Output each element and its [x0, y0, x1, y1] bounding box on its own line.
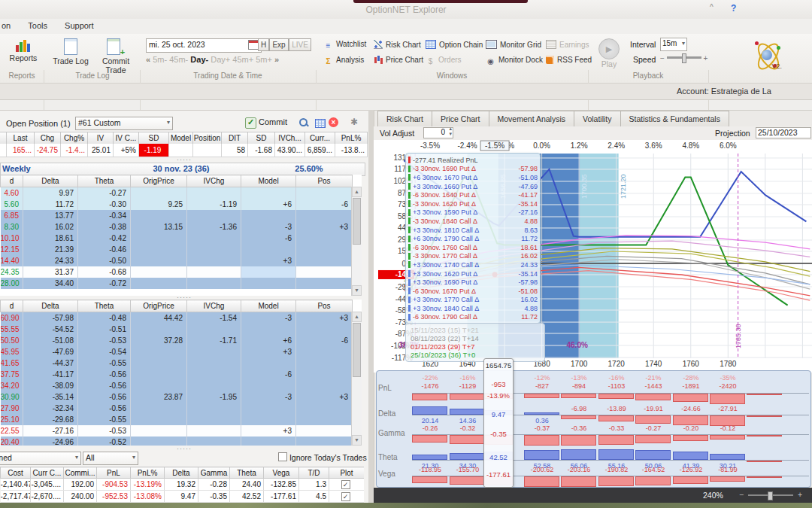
option-column-header[interactable]: OrigPrice — [131, 300, 187, 312]
option-theta-cell[interactable]: -0.48 — [78, 312, 131, 324]
option-pos-cell[interactable] — [296, 414, 353, 425]
option-theta-cell[interactable]: -0.27 — [78, 187, 131, 199]
position-select[interactable]: #61 Custom ▾ — [75, 117, 173, 130]
option-pos-cell[interactable] — [296, 425, 353, 437]
option-price-cell[interactable]: 6.85 — [1, 210, 23, 221]
option-theta-cell[interactable]: -0.56 — [78, 369, 131, 380]
speed-slider-track[interactable] — [667, 56, 701, 59]
ignore-today-checkbox[interactable]: Ignore Today's Trades — [278, 452, 367, 462]
option-pos-cell[interactable] — [296, 210, 353, 221]
option-model-cell[interactable] — [241, 414, 296, 425]
option-theta-cell[interactable]: -0.55 — [78, 357, 131, 369]
orders-button[interactable]: $Orders — [426, 56, 462, 66]
option-model-cell[interactable] — [241, 357, 296, 369]
option-ivchg-cell[interactable] — [187, 278, 241, 289]
option-column-header[interactable]: d — [1, 300, 23, 312]
option-pos-cell[interactable]: -6 — [296, 199, 353, 210]
option-origprice-cell[interactable] — [131, 425, 187, 437]
option-price-cell[interactable]: 22.55 — [1, 425, 23, 437]
trade-log-button[interactable]: Trade Log — [51, 38, 90, 65]
option-column-header[interactable]: Delta — [23, 300, 78, 312]
option-origprice-cell[interactable] — [131, 380, 187, 391]
speed-slider-thumb[interactable] — [682, 53, 686, 63]
option-origprice-cell[interactable] — [131, 187, 187, 199]
option-pos-cell[interactable] — [296, 255, 353, 266]
tplus-legend-item[interactable]: 15/11/2023 (15) T+21 — [411, 326, 540, 334]
commit-button[interactable]: ✓ Commit — [245, 117, 287, 129]
option-row[interactable]: 22.55 -27.16 -0.53 +3 — [1, 425, 353, 437]
option-theta-cell[interactable]: -0.72 — [78, 278, 131, 289]
summary-value-cell[interactable]: 165... — [7, 144, 35, 157]
option-row[interactable]: 14.40 24.33 -0.50 +3 — [1, 255, 353, 266]
option-theta-cell[interactable]: -0.55 — [78, 414, 131, 425]
option-theta-cell[interactable]: -0.38 — [78, 221, 131, 233]
totals-row[interactable]: -2,717.47 -2,670.... 240.00 -952.53 -13.… — [1, 491, 365, 503]
calendar-icon[interactable] — [248, 40, 259, 50]
summary-header-cell[interactable]: IV — [88, 132, 114, 144]
trading-date-input[interactable]: mi. 25 oct. 2023 — [146, 38, 262, 53]
option-pos-cell[interactable] — [296, 346, 353, 357]
option-price-cell[interactable]: 30.90 — [1, 391, 23, 403]
option-origprice-cell[interactable]: 13.15 — [131, 221, 187, 233]
zoom-in-icon[interactable]: + — [798, 490, 802, 499]
option-pos-cell[interactable] — [296, 357, 353, 369]
summary-header-cell[interactable]: Model — [169, 132, 193, 144]
totals-column-header[interactable]: PnL — [97, 467, 131, 479]
summary-header-cell[interactable]: IV C... — [114, 132, 139, 144]
risk-chart-button[interactable]: Risk Chart — [374, 40, 421, 49]
option-pos-cell[interactable]: +3 — [296, 391, 353, 403]
option-ivchg-cell[interactable] — [187, 414, 241, 425]
nav-45m-plus[interactable]: 45m+ — [232, 55, 253, 64]
option-model-cell[interactable]: -6 — [241, 233, 296, 244]
option-pos-cell[interactable] — [296, 244, 353, 255]
option-delta-cell[interactable]: 21.39 — [23, 244, 78, 255]
totals-column-header[interactable]: PnL% — [131, 467, 165, 479]
totals-column-header[interactable]: Curr C... — [31, 467, 64, 479]
option-delta-cell[interactable]: 34.40 — [23, 278, 78, 289]
option-price-cell[interactable]: 8.30 — [1, 221, 23, 233]
option-column-header[interactable]: OrigPrice — [131, 175, 187, 187]
summary-header-cell[interactable]: Position — [193, 132, 222, 144]
summary-value-cell[interactable] — [0, 144, 7, 157]
totals-column-header[interactable]: Delta — [165, 467, 198, 479]
option-delta-cell[interactable]: -54.52 — [23, 324, 78, 335]
tplus-legend-item[interactable]: 01/11/2023 (29) T+7 — [411, 342, 540, 351]
totals-column-header[interactable]: Plot — [329, 467, 365, 479]
option-theta-cell[interactable]: -0.53 — [78, 335, 131, 346]
option-price-cell[interactable]: 25.10 — [1, 414, 23, 425]
gear-icon[interactable]: ✱ — [350, 117, 358, 127]
search-icon[interactable] — [299, 118, 308, 127]
earnings-button[interactable]: Earnings — [546, 40, 589, 49]
option-ivchg-cell[interactable]: -1.95 — [187, 391, 241, 403]
option-price-cell[interactable]: 10.10 — [1, 233, 23, 244]
summary-header-cell[interactable]: SD — [139, 132, 169, 144]
all-filter-select[interactable]: All ▾ — [83, 452, 138, 465]
option-ivchg-cell[interactable] — [187, 187, 241, 199]
rss-feed-button[interactable]: RSS Feed — [546, 56, 592, 64]
option-origprice-cell[interactable] — [131, 255, 187, 266]
summary-value-cell[interactable]: -24.75 — [35, 144, 61, 157]
option-theta-cell[interactable]: -0.30 — [78, 199, 131, 210]
option-origprice-cell[interactable]: 9.25 — [131, 199, 187, 210]
speed-slider[interactable]: − + — [660, 54, 707, 62]
option-delta-cell[interactable]: -38.09 — [23, 380, 78, 391]
option-row[interactable]: 41.65 -44.37 -0.55 — [1, 357, 353, 369]
totals-column-header[interactable]: Vega — [264, 467, 299, 479]
option-model-cell[interactable]: +3 — [241, 346, 296, 357]
option-pos-cell[interactable] — [296, 403, 353, 414]
option-delta-cell[interactable]: 31.37 — [23, 266, 78, 278]
option-row[interactable]: 30.90 -35.14 -0.56 23.87 -1.95 -3 +3 — [1, 391, 353, 403]
option-delta-cell[interactable]: 11.72 — [23, 199, 78, 210]
analysis-tab[interactable]: Statistics & Fundamentals — [620, 111, 729, 126]
monitor-grid-button[interactable]: Monitor Grid — [486, 40, 541, 49]
option-row[interactable]: 28.00 34.40 -0.72 — [1, 278, 353, 289]
option-origprice-cell[interactable] — [131, 278, 187, 289]
summary-header-cell[interactable]: Curr... — [305, 132, 335, 144]
option-row[interactable]: 24.35 31.37 -0.68 — [1, 266, 353, 278]
option-theta-cell[interactable]: -0.34 — [78, 210, 131, 221]
history-button[interactable]: H — [258, 38, 269, 51]
option-origprice-cell[interactable] — [131, 233, 187, 244]
option-delta-cell[interactable]: -47.69 — [23, 346, 78, 357]
option-delta-cell[interactable]: 13.77 — [23, 210, 78, 221]
legend-item[interactable]: +3 30nov. 1740 Call Δ 24.33 — [408, 260, 538, 269]
